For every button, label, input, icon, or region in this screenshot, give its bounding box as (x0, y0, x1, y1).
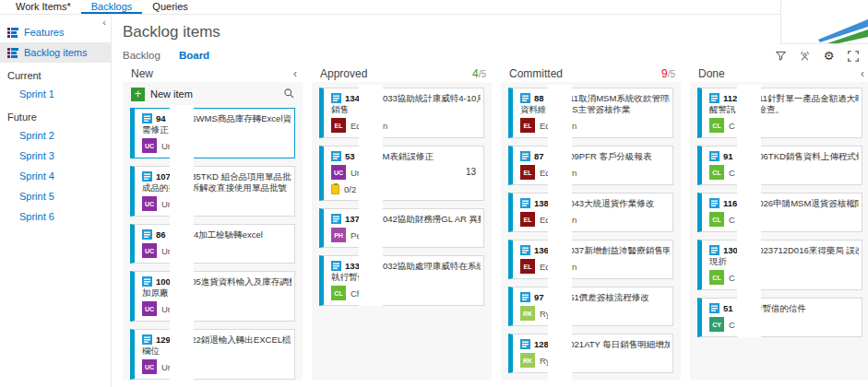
board-card-88[interactable]: 88011取消MSM系統收款管理/折讓單資料維ARS主管簽核作業ELEdn (508, 88, 673, 138)
card-title-wrap-row: 執行暫停 (331, 272, 479, 283)
backlog-item-icon (331, 151, 341, 161)
tab-backlog[interactable]: Backlog (123, 50, 161, 61)
board-card-116[interactable]: 1160026申購MSM退貨簽核權限CLC (697, 193, 862, 232)
board-card-138[interactable]: 1380043大統退貨作業修改ELEdn (508, 193, 673, 232)
card-id: 133 (345, 261, 360, 271)
card-assignee-row: RKRy (520, 353, 668, 368)
card-assignee-row: UCUn (142, 138, 290, 153)
card-assignee-row: CLC (709, 118, 857, 133)
board-card-129[interactable]: 129022銷退輸入轉出EXCEL檔新增5個欄位UCUn (130, 329, 295, 380)
view-tabs: BacklogBoard (123, 50, 868, 61)
nav-item-workitems[interactable]: Work Items* (6, 0, 81, 14)
card-id: 53 (345, 151, 355, 161)
card-title: 009PFR 客戶分級報表 (565, 151, 670, 162)
card-assignee-row: ELEdn (520, 259, 668, 274)
card-title-row: 51特暫借的信件 (709, 302, 857, 314)
board-card-94[interactable]: 9436WMS商品庫存轉Excel資料錯誤需修正UCUn (130, 108, 295, 158)
card-id: 112 (723, 93, 737, 103)
card-id: 136 (534, 245, 549, 255)
new-item-button[interactable]: +New item (131, 88, 193, 101)
card-list: 112011針對單一產品金額過大時，設提醒警訊次檢查。CLC91006TKD銷售… (697, 82, 862, 337)
board-card-51[interactable]: 51特暫借的信件CYC (697, 298, 862, 337)
team-logo-icon (818, 18, 868, 43)
column-panel: +New item9436WMS商品庫存轉Excel資料錯誤需修正UCUn107… (123, 82, 303, 381)
card-assignee-row: CYC (709, 317, 857, 332)
card-id: 88 (534, 93, 544, 103)
board-card-128[interactable]: 1280021ATY 每日銷售明細增加欄位RKRy (508, 334, 673, 373)
wip-limit: /5 (479, 69, 486, 79)
fullscreen-icon[interactable] (847, 50, 859, 62)
backlog-level-icon (7, 47, 18, 58)
redaction-overlay (737, 85, 761, 337)
avatar: UC (331, 165, 346, 180)
column-collapse-icon[interactable]: ‹ (293, 67, 297, 80)
sidebar-item-features[interactable]: Features (0, 22, 111, 42)
card-title-row: 107035TKD 組合品項用單品批號組合 (142, 170, 290, 182)
avatar: CL (709, 270, 724, 285)
board-card-112[interactable]: 112011針對單一產品金額過大時，設提醒警訊次檢查。CLC (697, 88, 862, 138)
sidebar-item-sprint-6[interactable]: Sprint 6 (0, 206, 111, 227)
board-card-130[interactable]: 1300023712D016來得藥局 誤改回不扣現折CLC (697, 240, 862, 290)
card-assignee-row: UCUn (142, 301, 290, 316)
card-title-row: 133I0032協助處理康威特在系統中無法 (331, 260, 479, 272)
board-card-133[interactable]: 133I0032協助處理康威特在系統中無法執行暫停CLCh (319, 255, 484, 306)
nav-item-backlogs[interactable]: Backlogs (81, 0, 143, 14)
card-id: 91 (723, 151, 733, 161)
sidebar-item-sprint-1[interactable]: Sprint 1 (0, 84, 111, 104)
column-name: Done (698, 67, 725, 80)
board-card-134[interactable]: 134I0033協助統計康威特4-10月的業務銷售ELEdwn (319, 88, 484, 138)
nav-item-queries[interactable]: Queries (142, 0, 198, 14)
sidebar-collapse-icon[interactable]: ‹ (102, 17, 106, 28)
card-title: I0033協助統計康威特4-10月的業務 (375, 93, 481, 104)
board-card-100[interactable]: 100005進貨資料輸入及庫存調整中增加原廠UCUn (130, 271, 295, 322)
sidebar-item-sprint-4[interactable]: Sprint 4 (0, 166, 111, 186)
backlog-level-icon (7, 27, 18, 38)
sidebar-item-backlog-items[interactable]: Backlog items (0, 42, 111, 63)
backlog-item-icon (520, 93, 530, 103)
column-name: Approved (320, 67, 367, 80)
card-title-row: 91006TKD銷售資料上傳程式修改 (709, 150, 857, 162)
main-area: Backlog items BacklogBoard ⚙ New‹+New it… (112, 15, 868, 387)
board-card-136[interactable]: 1360037新增創益沛醫療銷售明細報表ELEdn (508, 240, 673, 279)
wip-limit: /5 (668, 69, 675, 79)
card-id: 130 (723, 245, 738, 255)
kanban-board: New‹+New item9436WMS商品庫存轉Excel資料錯誤需修正UCU… (123, 67, 868, 381)
card-title-row: 97051價差簽核流程修改 (520, 291, 668, 303)
top-nav: Work Items*BacklogsQueries (0, 0, 868, 15)
card-title: 特暫借的信件 (754, 303, 859, 314)
live-updates-icon[interactable] (799, 50, 811, 62)
card-assignee-row: PHPet (331, 228, 479, 242)
search-icon[interactable] (283, 86, 294, 102)
assignee-name: C (729, 273, 735, 283)
profile-area[interactable] (780, 0, 868, 44)
card-title: 035TKD 組合品項用單品批號組合 (186, 171, 291, 182)
board-card-137[interactable]: 137I0042協助財務撈GL AR 異動報表PHPet (319, 208, 484, 248)
sidebar-item-sprint-5[interactable]: Sprint 5 (0, 186, 111, 206)
card-title: I0032協助處理康威特在系統中無法 (375, 261, 481, 272)
board-card-107[interactable]: 107035TKD 組合品項用單品批號組合成品的批反拆解改直接使用單品批號UCU… (130, 166, 295, 217)
sidebar-item-sprint-2[interactable]: Sprint 2 (0, 125, 111, 146)
card-list: 134I0033協助統計康威特4-10月的業務銷售ELEdwn53TOM表錯誤修… (319, 82, 484, 306)
card-title: 011取消MSM系統收款管理/折讓單 (565, 93, 670, 104)
card-title: 36WMS商品庫存轉Excel資料錯誤 (186, 113, 291, 124)
card-list: 88011取消MSM系統收款管理/折讓單資料維ARS主管簽核作業ELEdn870… (508, 82, 673, 381)
sidebar-item-sprint-3[interactable]: Sprint 3 (0, 146, 111, 166)
card-assignee-row: UCUn (142, 196, 290, 211)
avatar: EL (520, 212, 535, 227)
avatar: UC (142, 301, 157, 316)
board-card-86[interactable]: 86I24加工檢驗轉excelUCUn (130, 224, 295, 264)
board-card-87[interactable]: 87009PFR 客戶分級報表ELEdn (508, 146, 673, 185)
board-card-53[interactable]: 53TOM表錯誤修正UCUna130/2 (319, 146, 484, 201)
filter-icon[interactable] (775, 50, 787, 62)
backlog-item-icon (709, 151, 719, 161)
backlog-item-icon (142, 334, 152, 345)
card-title: 051價差簽核流程修改 (565, 292, 670, 303)
card-title-row: 88011取消MSM系統收款管理/折讓單 (520, 92, 668, 104)
checklist-count: 0/2 (344, 184, 356, 194)
column-collapse-icon[interactable]: ‹ (861, 67, 864, 80)
board-card-91[interactable]: 91006TKD銷售資料上傳程式修改CLC (697, 146, 862, 185)
assignee-name-fragment: n (572, 168, 577, 178)
board-card-97[interactable]: 97051價差簽核流程修改RKRy (508, 287, 673, 326)
settings-gear-icon[interactable]: ⚙ (823, 50, 835, 62)
tab-board[interactable]: Board (179, 50, 209, 61)
